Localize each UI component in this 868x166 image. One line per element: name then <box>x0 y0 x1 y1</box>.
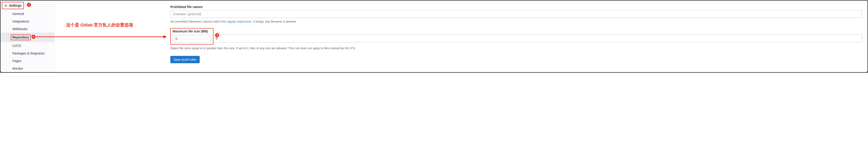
save-push-rules-button[interactable]: Save push rules <box>170 56 200 63</box>
annotation-arrow <box>36 34 167 39</box>
gear-icon <box>4 4 7 7</box>
annotation-badge-3: 3 <box>215 33 219 37</box>
annotation-text: 这个是 Gitlab 官方私人的设置选项 <box>66 22 133 28</box>
window-frame: Settings General Integrations Webhooks R… <box>0 0 868 73</box>
sidebar-item-integrations[interactable]: Integrations <box>0 18 54 25</box>
prohibited-filenames-help: All committed filenames cannot match thi… <box>170 19 862 24</box>
maxsize-highlight-box: Maximum file size (MB) <box>170 28 213 45</box>
sidebar-item-packages-registries[interactable]: Packages & Registries <box>0 50 54 57</box>
svg-point-0 <box>5 5 6 6</box>
sidebar-item-webhooks[interactable]: Webhooks <box>0 25 54 33</box>
sidebar-header-settings[interactable]: Settings <box>2 2 24 9</box>
maxsize-input-boxed[interactable] <box>173 35 211 43</box>
main-content: Prohibited file names All committed file… <box>165 0 868 72</box>
sidebar-item-cicd[interactable]: CI/CD <box>0 42 54 50</box>
prohibited-filenames-label: Prohibited file names <box>170 5 862 9</box>
sidebar-item-general[interactable]: General <box>0 10 54 18</box>
sidebar-item-monitor[interactable]: Monitor <box>0 65 54 73</box>
maxsize-input[interactable] <box>213 34 862 42</box>
maxsize-help: Reject file sizes equal to or greater th… <box>170 46 862 51</box>
prohibited-filenames-input[interactable] <box>170 10 862 18</box>
annotation-badge-1: 1 <box>27 3 31 7</box>
svg-marker-2 <box>163 35 167 38</box>
maxsize-section: Maximum file size (MB) Reject file sizes… <box>170 28 862 51</box>
regular-expression-link[interactable]: regular expression <box>227 20 251 23</box>
sidebar-item-pages[interactable]: Pages <box>0 57 54 65</box>
annotation-badge-2: 2 <box>31 35 36 39</box>
maxsize-label: Maximum file size (MB) <box>173 29 211 33</box>
sidebar-header-label: Settings <box>9 4 22 7</box>
